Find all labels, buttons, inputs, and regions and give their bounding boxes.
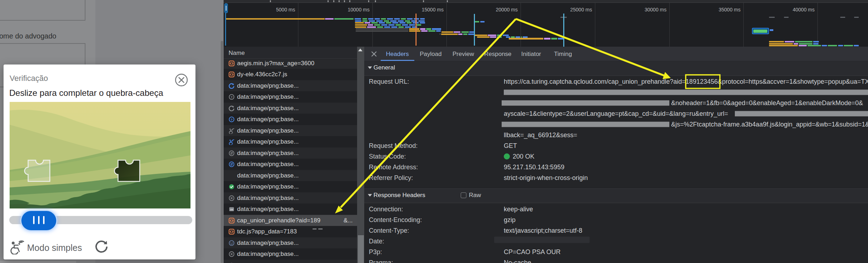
- svg-text:?: ?: [231, 95, 233, 99]
- svg-text:?: ?: [231, 118, 233, 122]
